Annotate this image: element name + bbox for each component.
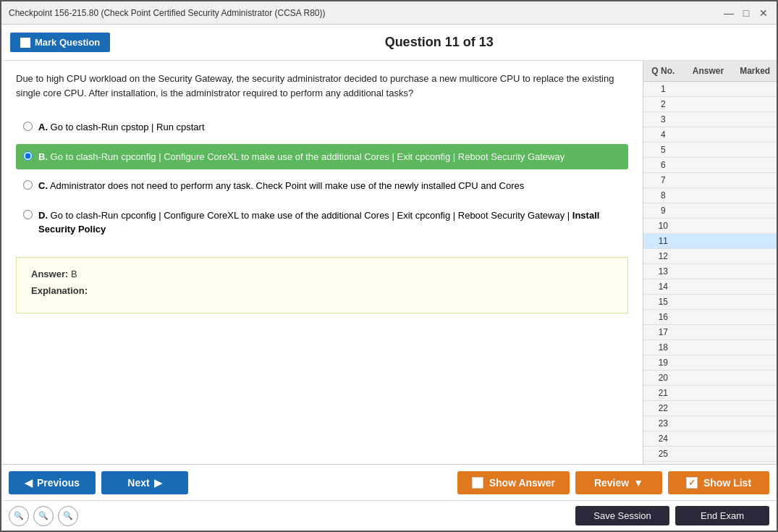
q-num: 4 [643, 127, 683, 142]
q-num: 21 [643, 386, 683, 400]
option-c[interactable]: C. Administrator does not need to perfor… [16, 173, 628, 199]
show-list-check-icon: ✓ [686, 477, 698, 489]
option-b[interactable]: B. Go to clash-Run cpconfig | Configure … [16, 144, 628, 170]
close-button[interactable]: ✕ [758, 7, 769, 19]
end-exam-button[interactable]: End Exam [675, 506, 769, 525]
save-session-button[interactable]: Save Session [575, 506, 669, 525]
q-marked [733, 340, 777, 355]
list-item[interactable]: 3 [643, 112, 777, 127]
list-item[interactable]: 21 [643, 386, 777, 401]
list-item[interactable]: 2 [643, 97, 777, 112]
list-item[interactable]: 1 [643, 82, 777, 97]
q-ans [683, 279, 734, 294]
answer-label: Answer: [31, 269, 68, 279]
q-num: 20 [643, 371, 683, 385]
radio-c[interactable] [23, 180, 33, 190]
list-item[interactable]: 10 [643, 219, 777, 234]
next-label: Next [127, 477, 149, 489]
minimize-button[interactable]: — [723, 7, 735, 19]
q-marked [733, 203, 777, 218]
q-marked [733, 416, 777, 431]
option-a[interactable]: A. Go to clash-Run cpstop | Run cpstart [16, 114, 628, 140]
option-b-text: B. Go to clash-Run cpconfig | Configure … [38, 150, 565, 164]
radio-b[interactable] [23, 151, 33, 161]
answer-value: B [71, 269, 77, 279]
answer-line: Answer: B [31, 269, 613, 279]
titlebar: Checkpoint 156-215.80 (Check Point Certi… [1, 1, 777, 25]
list-item[interactable]: 13 [643, 264, 777, 279]
list-item[interactable]: 17 [643, 325, 777, 340]
action-buttons: Save Session End Exam [575, 506, 769, 525]
content-area: Due to high CPU workload on the Security… [1, 61, 777, 464]
q-marked [733, 97, 777, 111]
zoom-in-button[interactable]: 🔍 [9, 506, 29, 526]
show-list-button[interactable]: ✓ Show List [668, 471, 769, 494]
q-ans [683, 127, 734, 142]
q-ans [683, 447, 734, 461]
radio-a[interactable] [23, 122, 33, 131]
list-item[interactable]: 23 [643, 416, 777, 431]
q-marked [733, 355, 777, 370]
list-item[interactable]: 25 [643, 447, 777, 462]
options-list: A. Go to clash-Run cpstop | Run cpstart … [16, 114, 628, 242]
q-num: 15 [643, 295, 683, 309]
show-answer-checkbox-icon [472, 477, 483, 489]
q-num: 7 [643, 173, 683, 187]
q-marked [733, 310, 777, 324]
q-marked [733, 447, 777, 461]
list-item[interactable]: 15 [643, 295, 777, 310]
q-num: 24 [643, 431, 683, 446]
header-marked: Marked [733, 64, 777, 78]
zoom-out-button[interactable]: 🔍 [58, 506, 78, 526]
q-ans [683, 416, 734, 431]
q-marked [733, 127, 777, 142]
list-item[interactable]: 22 [643, 401, 777, 416]
next-button[interactable]: Next ▶ [101, 471, 188, 494]
next-chevron-icon: ▶ [154, 477, 162, 489]
q-marked [733, 279, 777, 294]
list-item[interactable]: 14 [643, 279, 777, 295]
option-d[interactable]: D. Go to clash-Run cpconfig | Configure … [16, 203, 628, 242]
previous-button[interactable]: ◀ Previous [9, 471, 96, 494]
review-label: Review [594, 477, 629, 489]
list-item[interactable]: 24 [643, 431, 777, 447]
radio-d[interactable] [23, 210, 33, 219]
list-item[interactable]: 16 [643, 310, 777, 325]
q-ans [683, 219, 734, 233]
show-answer-button[interactable]: Show Answer [457, 471, 570, 494]
q-marked [733, 249, 777, 263]
list-item[interactable]: 18 [643, 340, 777, 355]
window-title: Checkpoint 156-215.80 (Check Point Certi… [9, 8, 326, 18]
q-num: 3 [643, 112, 683, 127]
review-button[interactable]: Review ▼ [575, 471, 662, 494]
list-item[interactable]: 9 [643, 203, 777, 219]
list-item[interactable]: 4 [643, 127, 777, 143]
list-item[interactable]: 8 [643, 188, 777, 203]
list-item[interactable]: 12 [643, 249, 777, 264]
q-marked [733, 112, 777, 127]
q-ans [683, 371, 734, 385]
zoom-normal-button[interactable]: 🔍 [33, 506, 54, 526]
q-ans [683, 310, 734, 324]
list-item[interactable]: 6 [643, 158, 777, 173]
q-num: 17 [643, 325, 683, 339]
list-item[interactable]: 5 [643, 143, 777, 158]
previous-label: Previous [37, 477, 80, 489]
q-num: 23 [643, 416, 683, 431]
q-ans [683, 143, 734, 157]
q-marked [733, 325, 777, 339]
bottom-toolbar: ◀ Previous Next ▶ Show Answer Review ▼ ✓… [1, 464, 777, 500]
q-marked [733, 431, 777, 446]
list-item[interactable]: 11 [643, 234, 777, 249]
list-item[interactable]: 20 [643, 371, 777, 386]
q-num: 2 [643, 97, 683, 111]
show-answer-label: Show Answer [489, 477, 555, 489]
maximize-button[interactable]: □ [740, 7, 752, 19]
q-num: 11 [643, 234, 683, 248]
mark-question-button[interactable]: Mark Question [10, 33, 110, 52]
q-marked [733, 188, 777, 203]
list-item[interactable]: 19 [643, 355, 777, 371]
list-header: Q No. Answer Marked [643, 61, 777, 82]
list-item[interactable]: 7 [643, 173, 777, 188]
question-list-panel: Q No. Answer Marked 1 2 3 4 5 [643, 61, 777, 464]
